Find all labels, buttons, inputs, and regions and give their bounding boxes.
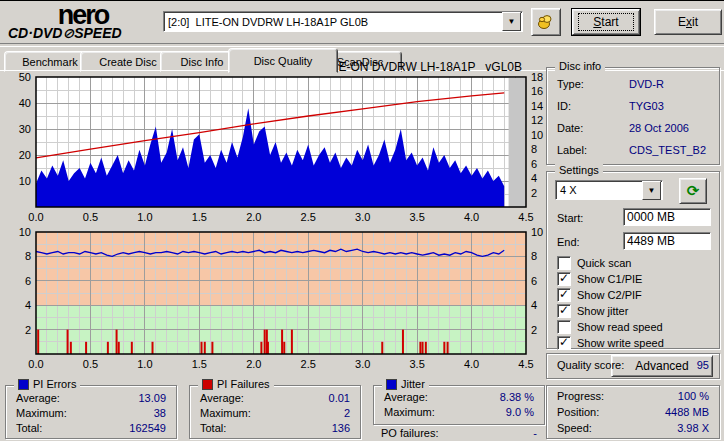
po-failures-row: PO failures: - bbox=[381, 427, 537, 441]
show-read-speed-checkbox-box[interactable] bbox=[557, 320, 571, 334]
pi-errors-stats: PI Errors Average:13.09 Maximum:38 Total… bbox=[5, 385, 177, 439]
show-jitter-checkbox-box[interactable] bbox=[557, 304, 571, 318]
checkbox-show-jitter[interactable]: Show jitter bbox=[557, 304, 628, 318]
po-failures-label: PO failures: bbox=[381, 427, 438, 439]
jitter-pif-chart: 2468102468100.00.51.01.52.02.53.03.54.04… bbox=[6, 227, 546, 377]
drive-select-value: [2:0] LITE-ON DVDRW LH-18A1P GL0B bbox=[164, 16, 501, 28]
pi-errors-legend-icon bbox=[18, 379, 29, 390]
svg-text:0.5: 0.5 bbox=[83, 358, 98, 370]
svg-text:10: 10 bbox=[19, 175, 31, 187]
progress-value: 100 % bbox=[678, 390, 709, 402]
disc-type-label: Type: bbox=[557, 78, 584, 90]
checkbox-show-c2-pif[interactable]: Show C2/PIF bbox=[557, 288, 642, 302]
svg-text:4.5: 4.5 bbox=[518, 211, 533, 223]
exit-button[interactable]: Exit bbox=[654, 9, 722, 35]
svg-text:4.0: 4.0 bbox=[464, 358, 479, 370]
pi-errors-average: 13.09 bbox=[138, 392, 166, 404]
nero-logo: nero CD·DVD⊘SPEED bbox=[8, 4, 158, 42]
tab-disc-quality[interactable]: Disc Quality bbox=[228, 48, 338, 73]
jitter-stats: Jitter Average:8.38 % Maximum:9.0 % bbox=[373, 385, 545, 425]
svg-text:6: 6 bbox=[25, 275, 31, 287]
dropdown-arrow-icon[interactable]: ▼ bbox=[502, 12, 521, 31]
checkbox-show-c1-pie[interactable]: Show C1/PIE bbox=[557, 272, 642, 286]
pi-failures-average: 0.01 bbox=[329, 392, 350, 404]
position-label: Position: bbox=[557, 406, 599, 418]
disc-label-label: Label: bbox=[557, 144, 587, 156]
disc-label-value: CDS_TEST_B2 bbox=[629, 144, 706, 156]
end-position-label: End: bbox=[557, 236, 580, 248]
disc-id-label: ID: bbox=[557, 100, 571, 112]
svg-text:2.0: 2.0 bbox=[246, 358, 261, 370]
disc-type-value: DVD-R bbox=[629, 78, 664, 90]
svg-text:1.0: 1.0 bbox=[137, 211, 152, 223]
start-position-field[interactable] bbox=[623, 208, 711, 226]
disc-id-value: TYG03 bbox=[629, 100, 664, 112]
cd-dvd-speed-logo-text: CD·DVD⊘SPEED bbox=[8, 26, 158, 40]
pi-errors-total: 162549 bbox=[129, 422, 166, 434]
options-button[interactable] bbox=[531, 8, 561, 36]
pi-failures-legend-icon bbox=[202, 379, 213, 390]
start-button-label: Start bbox=[578, 13, 633, 31]
checkbox-quick-scan[interactable]: Quick scan bbox=[557, 256, 631, 270]
nero-cd-dvd-speed-window: nero CD·DVD⊘SPEED [2:0] LITE-ON DVDRW LH… bbox=[0, 0, 724, 441]
progress-panel: Progress:100 % Position:4488 MB Speed:3.… bbox=[546, 385, 720, 439]
svg-text:10: 10 bbox=[19, 227, 31, 238]
checkbox-show-read-speed[interactable]: Show read speed bbox=[557, 320, 663, 334]
svg-text:14: 14 bbox=[531, 100, 543, 112]
quality-score-value: 95 bbox=[697, 359, 709, 371]
svg-text:12: 12 bbox=[531, 114, 543, 126]
svg-text:4: 4 bbox=[531, 172, 537, 184]
svg-text:3.5: 3.5 bbox=[409, 211, 424, 223]
svg-text:0.0: 0.0 bbox=[28, 358, 43, 370]
svg-text:4: 4 bbox=[25, 299, 31, 311]
drive-select[interactable]: [2:0] LITE-ON DVDRW LH-18A1P GL0B ▼ bbox=[163, 11, 523, 32]
quality-score-panel: Quality score:95 bbox=[546, 353, 720, 379]
refresh-button[interactable]: ⟳ bbox=[679, 178, 707, 204]
svg-text:6: 6 bbox=[531, 275, 537, 287]
svg-text:10: 10 bbox=[531, 227, 543, 238]
pi-errors-chart: 1020304050246810121416180.00.51.01.52.02… bbox=[6, 71, 546, 227]
svg-text:3.0: 3.0 bbox=[355, 211, 370, 223]
show-write-speed-checkbox-box[interactable] bbox=[557, 336, 571, 350]
end-position-field[interactable] bbox=[623, 232, 711, 250]
svg-text:8: 8 bbox=[531, 250, 537, 262]
checkbox-show-write-speed[interactable]: Show write speed bbox=[557, 336, 664, 350]
show-c2-pif-checkbox-box[interactable] bbox=[557, 288, 571, 302]
speed-select[interactable]: 4 X ▼ bbox=[555, 180, 663, 200]
svg-text:50: 50 bbox=[19, 71, 31, 83]
pi-failures-stats: PI Failures Average:0.01 Maximum:2 Total… bbox=[189, 385, 361, 439]
disc-info-title: Disc info bbox=[555, 60, 605, 72]
pi-failures-total: 136 bbox=[332, 422, 350, 434]
svg-text:3.5: 3.5 bbox=[409, 358, 424, 370]
svg-text:4.0: 4.0 bbox=[464, 211, 479, 223]
start-position-label: Start: bbox=[557, 212, 583, 224]
svg-text:8: 8 bbox=[25, 250, 31, 262]
speed-dropdown-arrow-icon[interactable]: ▼ bbox=[642, 181, 661, 200]
pi-failures-maximum: 2 bbox=[344, 407, 350, 419]
quick-scan-checkbox-box[interactable] bbox=[557, 256, 571, 270]
pi-failures-stats-title: PI Failures bbox=[217, 378, 270, 390]
speed-select-value: 4 X bbox=[556, 184, 641, 196]
svg-text:2.5: 2.5 bbox=[301, 211, 316, 223]
exit-button-label: Exit bbox=[678, 15, 698, 29]
svg-text:40: 40 bbox=[19, 97, 31, 109]
svg-text:0.0: 0.0 bbox=[28, 211, 43, 223]
svg-text:6: 6 bbox=[531, 158, 537, 170]
jitter-average: 8.38 % bbox=[500, 391, 534, 403]
jitter-stats-title: Jitter bbox=[401, 378, 425, 390]
pi-errors-maximum: 38 bbox=[154, 407, 166, 419]
svg-text:1.0: 1.0 bbox=[137, 358, 152, 370]
svg-text:2: 2 bbox=[531, 187, 537, 199]
svg-text:3.0: 3.0 bbox=[355, 358, 370, 370]
show-c1-pie-checkbox-box[interactable] bbox=[557, 272, 571, 286]
start-button[interactable]: Start bbox=[572, 9, 640, 35]
pi-errors-stats-title: PI Errors bbox=[33, 378, 76, 390]
svg-text:16: 16 bbox=[531, 85, 543, 97]
svg-text:2: 2 bbox=[531, 324, 537, 336]
settings-group: Settings 4 X ▼ ⟳ Start: End: Quick scan … bbox=[546, 171, 720, 349]
svg-text:1.5: 1.5 bbox=[192, 211, 207, 223]
disc-icon: ⊘ bbox=[62, 25, 74, 41]
svg-text:0.5: 0.5 bbox=[83, 211, 98, 223]
svg-text:4: 4 bbox=[531, 299, 537, 311]
disc-date-label: Date: bbox=[557, 122, 583, 134]
